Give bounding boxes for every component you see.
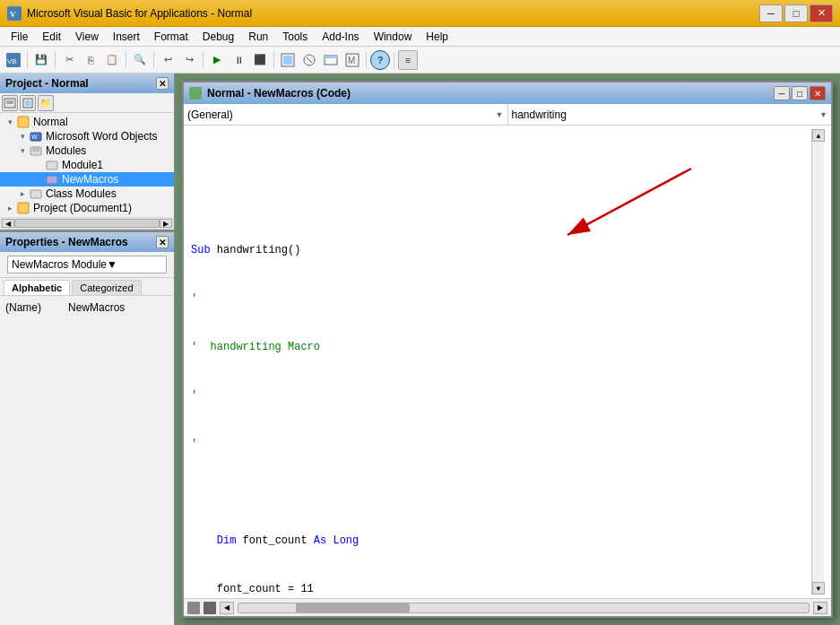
tab-categorized[interactable]: Categorized [72, 280, 141, 295]
h-scroll-left-btn[interactable]: ◀ [220, 602, 234, 614]
code-line-4: ' [191, 387, 811, 404]
tab-alphabetic[interactable]: Alphabetic [4, 280, 70, 295]
code-window-title: Normal - NewMacros (Code) [207, 87, 351, 100]
tree-item-word-objects[interactable]: ▾ W Microsoft Word Objects [0, 129, 174, 143]
code-window-restore[interactable]: □ [792, 86, 808, 100]
code-bottom-icon-1[interactable] [187, 602, 200, 614]
project-panel-close[interactable]: ✕ [156, 77, 169, 90]
tool-help[interactable]: ? [370, 50, 390, 70]
tool-copy[interactable]: ⎘ [81, 50, 100, 70]
tree-label-word-objects: Microsoft Word Objects [46, 130, 157, 143]
project-panel-title: Project - Normal [5, 77, 89, 90]
h-scroll-right-btn[interactable]: ▶ [813, 602, 827, 614]
code-dropdown-handwriting-label: handwriting [512, 109, 567, 121]
tool-save[interactable]: 💾 [31, 50, 51, 70]
project-scroll-right[interactable]: ▶ [160, 219, 172, 228]
scroll-up-btn[interactable]: ▲ [812, 129, 825, 142]
tree-label-modules: Modules [46, 144, 86, 157]
main-content: Project - Normal ✕ 📁 ▾ N [0, 74, 840, 625]
tree-item-normal[interactable]: ▾ Normal [0, 115, 174, 129]
tool-stop[interactable]: ⬛ [250, 50, 270, 70]
tool-userform[interactable] [321, 50, 341, 70]
tree-icon-newmacros [45, 173, 59, 186]
tool-redo[interactable]: ↪ [179, 50, 199, 70]
right-area: Normal - NewMacros (Code) ─ □ ✕ (General… [175, 74, 840, 625]
code-window-titlebar: Normal - NewMacros (Code) ─ □ ✕ [184, 82, 831, 104]
svg-rect-24 [47, 176, 57, 184]
toolbar-sep-5 [203, 52, 204, 68]
app-title: Microsoft Visual Basic for Applications … [27, 7, 252, 20]
properties-tabs: Alphabetic Categorized [0, 278, 174, 296]
tool-vba-icon[interactable]: VB [4, 50, 23, 70]
scroll-down-btn[interactable]: ▼ [812, 582, 825, 595]
menu-run[interactable]: Run [241, 29, 275, 45]
close-button[interactable]: ✕ [810, 4, 833, 22]
tree-expand-word-objects: ▾ [16, 132, 29, 141]
code-bottom-icon-2[interactable] [204, 602, 216, 614]
menu-addins[interactable]: Add-Ins [315, 29, 366, 45]
toolbar-sep-6 [273, 52, 274, 68]
menu-debug[interactable]: Debug [195, 29, 241, 45]
code-dropdown-handwriting[interactable]: handwriting ▼ [508, 104, 832, 125]
code-dropdown-general[interactable]: (General) ▼ [184, 104, 508, 125]
title-bar-controls: ─ □ ✕ [759, 4, 833, 22]
code-bottom-bar: ◀ ▶ [184, 598, 831, 616]
tree-item-class-modules[interactable]: ▸ Class Modules [0, 187, 174, 201]
tool-find[interactable]: 🔍 [130, 50, 150, 70]
tool-break[interactable] [299, 50, 319, 70]
tool-cut[interactable]: ✂ [59, 50, 79, 70]
project-panel-toolbar: 📁 [0, 93, 174, 113]
title-bar-left: V Microsoft Visual Basic for Application… [7, 6, 252, 21]
menu-help[interactable]: Help [419, 29, 455, 45]
project-panel-scrollbar[interactable]: ◀ ▶ [0, 217, 174, 230]
minimize-button[interactable]: ─ [759, 4, 783, 22]
menu-window[interactable]: Window [367, 29, 420, 45]
restore-button[interactable]: □ [784, 4, 808, 22]
svg-rect-17 [18, 117, 29, 127]
tool-pause[interactable]: ⏸ [229, 50, 248, 70]
prop-label-name: (Name) [5, 301, 68, 314]
menu-file[interactable]: File [4, 29, 35, 45]
tree-item-module1[interactable]: Module1 [0, 158, 174, 172]
tree-icon-project-doc1 [16, 202, 30, 214]
code-v-scrollbar[interactable]: ▲ ▼ [811, 129, 824, 595]
toolbar-sep-3 [126, 52, 126, 68]
project-view-code[interactable] [2, 95, 18, 111]
tool-paste[interactable]: 📋 [102, 50, 122, 70]
code-line-1: Sub handwriting() [191, 242, 811, 258]
tool-undo[interactable]: ↩ [158, 50, 178, 70]
code-editor[interactable]: Sub handwriting() ' ' handwriting Macro … [184, 126, 831, 598]
tool-drag[interactable]: ≡ [398, 50, 418, 70]
tree-item-modules[interactable]: ▾ Modules [0, 143, 174, 158]
tree-label-newmacros: NewMacros [62, 173, 118, 186]
code-line-blank1 [191, 484, 811, 500]
code-h-scrollbar[interactable] [238, 603, 810, 613]
project-toggle-folders[interactable]: 📁 [38, 95, 54, 111]
project-tree: ▾ Normal ▾ W Microsoft Word Objects ▾ [0, 113, 174, 217]
toolbar-sep-8 [394, 52, 394, 68]
code-window-minimize[interactable]: ─ [774, 86, 790, 100]
svg-rect-16 [25, 100, 30, 106]
tree-item-project-doc1[interactable]: ▸ Project (Document1) [0, 201, 174, 215]
tool-run[interactable]: ▶ [207, 50, 227, 70]
menu-edit[interactable]: Edit [35, 29, 68, 45]
project-view-design[interactable] [20, 95, 36, 111]
svg-rect-26 [18, 203, 29, 213]
menu-view[interactable]: View [68, 29, 106, 45]
properties-dropdown[interactable]: NewMacros Module ▼ [7, 256, 167, 273]
code-window: Normal - NewMacros (Code) ─ □ ✕ (General… [182, 81, 833, 618]
menu-format[interactable]: Format [147, 29, 195, 45]
properties-panel-close[interactable]: ✕ [156, 236, 169, 248]
code-window-close[interactable]: ✕ [810, 86, 826, 100]
menu-insert[interactable]: Insert [106, 29, 147, 45]
tool-design[interactable] [278, 50, 298, 70]
toolbar-sep-1 [27, 52, 28, 68]
tool-moremacros[interactable]: M [342, 50, 362, 70]
project-h-scrollbar[interactable] [14, 219, 160, 228]
tree-item-newmacros[interactable]: NewMacros [0, 172, 174, 187]
project-scroll-left[interactable]: ◀ [2, 219, 14, 228]
menu-bar: File Edit View Insert Format Debug Run T… [0, 27, 840, 47]
menu-tools[interactable]: Tools [275, 29, 315, 45]
svg-rect-9 [325, 56, 337, 58]
toolbar-sep-2 [55, 52, 56, 68]
